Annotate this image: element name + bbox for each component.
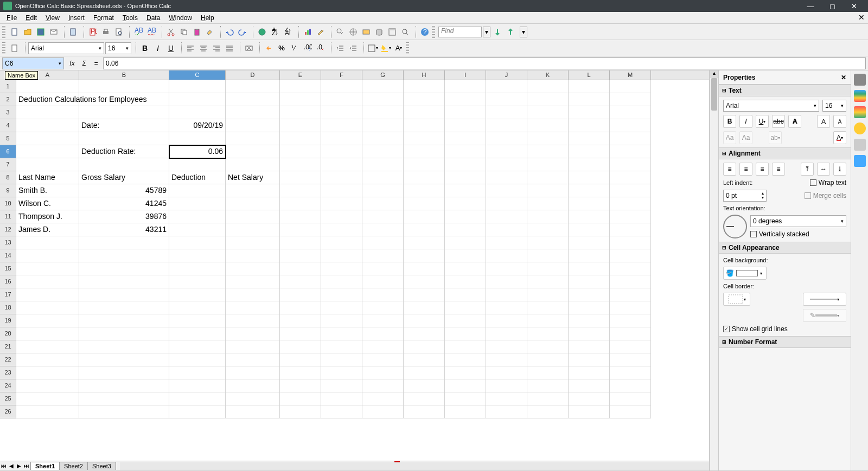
cell-I1[interactable] xyxy=(445,80,486,93)
cell-G19[interactable] xyxy=(362,314,404,327)
cell-H8[interactable] xyxy=(404,171,445,184)
row-header-26[interactable]: 26 xyxy=(0,405,16,418)
cell-F11[interactable] xyxy=(321,210,362,223)
cell-E1[interactable] xyxy=(280,80,321,93)
redo-button[interactable] xyxy=(237,26,248,38)
align-left-button[interactable] xyxy=(184,42,196,54)
cell-K14[interactable] xyxy=(527,249,569,262)
merge-cells-checkbox[interactable]: Merge cells xyxy=(805,192,846,199)
cell-G4[interactable] xyxy=(362,119,404,132)
cell-F4[interactable] xyxy=(321,119,362,132)
cell-B15[interactable] xyxy=(79,262,169,275)
horizontal-scrollbar[interactable] xyxy=(120,462,709,470)
styles-panel-icon[interactable] xyxy=(854,106,866,118)
decrease-indent-button[interactable] xyxy=(334,42,346,54)
cell-B14[interactable] xyxy=(79,249,169,262)
cell-C5[interactable] xyxy=(169,132,226,145)
cell-I19[interactable] xyxy=(445,314,486,327)
row-header-12[interactable]: 12 xyxy=(0,223,16,236)
cell-G16[interactable] xyxy=(362,275,404,288)
cell-M10[interactable] xyxy=(610,197,651,210)
sb-font-size[interactable]: 16▾ xyxy=(822,100,846,112)
vertical-scrollbar[interactable]: ▲ xyxy=(710,70,718,470)
cell-B2[interactable] xyxy=(79,93,169,106)
cell-J7[interactable] xyxy=(486,158,527,171)
tab-next-button[interactable]: ▶ xyxy=(15,463,23,469)
fmt-grip[interactable] xyxy=(2,42,5,54)
sb-strike-button[interactable]: abc xyxy=(772,115,785,128)
cell-H1[interactable] xyxy=(404,80,445,93)
sb-decrease-font-button[interactable]: A xyxy=(833,115,846,128)
maximize-button[interactable]: ◻ xyxy=(821,2,843,10)
sidebar-close-button[interactable]: ✕ xyxy=(841,74,846,81)
cell-C25[interactable] xyxy=(169,392,226,405)
row-header-2[interactable]: 2 xyxy=(0,93,16,106)
row-header-22[interactable]: 22 xyxy=(0,353,16,366)
sb-highlight-button[interactable]: ab▾ xyxy=(769,131,782,144)
cell-D21[interactable] xyxy=(226,340,280,353)
cell-G17[interactable] xyxy=(362,288,404,301)
cell-I7[interactable] xyxy=(445,158,486,171)
cell-D16[interactable] xyxy=(226,275,280,288)
sheet-tab-1[interactable]: Sheet1 xyxy=(30,462,60,470)
cell-F22[interactable] xyxy=(321,353,362,366)
sb-align-center-button[interactable]: ≡ xyxy=(739,163,752,176)
standard-format-button[interactable]: ⅟ xyxy=(289,42,301,54)
sum-button[interactable]: Σ xyxy=(78,57,90,69)
cell-B11[interactable]: 39876 xyxy=(79,210,169,223)
cell-A19[interactable] xyxy=(16,314,79,327)
cell-M8[interactable] xyxy=(610,171,651,184)
sb-align-right-button[interactable]: ≡ xyxy=(756,163,769,176)
styles-button[interactable] xyxy=(9,42,21,54)
cell-M11[interactable] xyxy=(610,210,651,223)
cell-A5[interactable] xyxy=(16,132,79,145)
cell-B13[interactable] xyxy=(79,236,169,249)
sb-align-left-button[interactable]: ≡ xyxy=(723,163,736,176)
cell-G11[interactable] xyxy=(362,210,404,223)
export-pdf-button[interactable]: PDF xyxy=(87,26,99,38)
cell-I16[interactable] xyxy=(445,275,486,288)
cell-E12[interactable] xyxy=(280,223,321,236)
cell-F18[interactable] xyxy=(321,301,362,314)
functions-panel-icon[interactable] xyxy=(854,155,866,167)
cell-C21[interactable] xyxy=(169,340,226,353)
cell-M22[interactable] xyxy=(610,353,651,366)
cell-A18[interactable] xyxy=(16,301,79,314)
cell-M3[interactable] xyxy=(610,106,651,119)
cell-M18[interactable] xyxy=(610,301,651,314)
cell-H12[interactable] xyxy=(404,223,445,236)
sb-font-name[interactable]: Arial▾ xyxy=(723,100,819,112)
cell-E19[interactable] xyxy=(280,314,321,327)
menu-tools[interactable]: Tools xyxy=(118,13,142,23)
cell-I23[interactable] xyxy=(445,366,486,379)
cell-E15[interactable] xyxy=(280,262,321,275)
cell-E24[interactable] xyxy=(280,379,321,392)
cell-M20[interactable] xyxy=(610,327,651,340)
cell-D15[interactable] xyxy=(226,262,280,275)
cell-J20[interactable] xyxy=(486,327,527,340)
menu-data[interactable]: Data xyxy=(142,13,164,23)
cell-A2[interactable]: Deduction Calculations for Employees xyxy=(16,93,79,106)
cell-C12[interactable] xyxy=(169,223,226,236)
cell-M24[interactable] xyxy=(610,379,651,392)
format-paintbrush-button[interactable] xyxy=(204,26,216,38)
gallery-button[interactable] xyxy=(360,26,372,38)
cell-H7[interactable] xyxy=(404,158,445,171)
cell-A4[interactable] xyxy=(16,119,79,132)
col-header-C[interactable]: C xyxy=(169,70,226,80)
cell-background-picker[interactable]: 🪣 ▾ xyxy=(723,267,767,280)
cell-K22[interactable] xyxy=(527,353,569,366)
cell-C26[interactable] xyxy=(169,405,226,418)
cell-F9[interactable] xyxy=(321,184,362,197)
find-input[interactable]: Find xyxy=(438,27,482,37)
cell-M13[interactable] xyxy=(610,236,651,249)
cell-G10[interactable] xyxy=(362,197,404,210)
merge-cells-button[interactable] xyxy=(243,42,255,54)
cell-J22[interactable] xyxy=(486,353,527,366)
background-color-button[interactable]: ▾ xyxy=(380,42,392,54)
chart-button[interactable] xyxy=(302,26,314,38)
sheet-tab-2[interactable]: Sheet2 xyxy=(59,462,88,470)
cell-H20[interactable] xyxy=(404,327,445,340)
cell-B8[interactable]: Gross Salary xyxy=(79,171,169,184)
function-wizard-button[interactable]: fx xyxy=(66,57,78,69)
